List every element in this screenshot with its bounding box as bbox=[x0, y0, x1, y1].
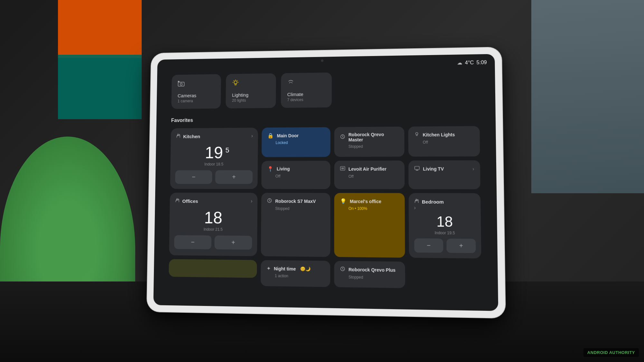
svg-point-3 bbox=[234, 81, 237, 84]
roborock-plus-icon bbox=[340, 266, 345, 273]
lock-icon: 🔒 bbox=[267, 133, 274, 139]
kitchen-heat-icon bbox=[176, 133, 181, 140]
levoit-icon bbox=[340, 166, 345, 172]
lighting-sub: 20 lights bbox=[232, 98, 270, 103]
roborock-s7-status: Stopped bbox=[267, 206, 325, 211]
offices-indoor-label: Indoor 21.5 bbox=[175, 227, 252, 232]
tv-icon bbox=[414, 166, 420, 172]
night-time-icon: ✦ bbox=[267, 265, 271, 272]
status-bar: ☁ 4°C 5:09 bbox=[457, 59, 487, 66]
kitchen-lights-status: Off bbox=[414, 140, 474, 145]
roborock-plus-status: Stopped bbox=[340, 275, 399, 280]
kitchen-card[interactable]: Kitchen › 195 Indoor 18.5 − + bbox=[170, 128, 258, 189]
marcels-office-status: On • 100% bbox=[340, 206, 399, 211]
roborock-plus-title: Roborock Qrevo Plus bbox=[348, 267, 395, 273]
bedroom-indoor-label: Indoor 19.5 bbox=[414, 230, 476, 235]
night-time-card[interactable]: ✦ Night time 😊🌙 1 action bbox=[260, 260, 330, 287]
roborock-master-status: Stopped bbox=[340, 144, 399, 149]
bedroom-heat-icon bbox=[414, 198, 419, 205]
roborock-master-icon bbox=[340, 134, 345, 140]
lighting-label: Lighting bbox=[232, 92, 270, 98]
living-icon: 📍 bbox=[267, 166, 274, 172]
bedroom-chevron: › bbox=[414, 205, 416, 210]
svg-point-2 bbox=[180, 83, 182, 85]
marcels-office-card[interactable]: 💡 Marcel's office On • 100% bbox=[334, 193, 405, 258]
main-door-title: Main Door bbox=[277, 133, 299, 138]
roborock-qrevo-master-card[interactable]: Roborock Qrevo Master Stopped bbox=[334, 127, 404, 157]
svg-line-6 bbox=[233, 80, 234, 81]
marcels-office-icon: 💡 bbox=[340, 198, 346, 204]
climate-icon bbox=[287, 78, 325, 88]
kitchen-chevron: › bbox=[251, 133, 253, 139]
kitchen-plus-button[interactable]: + bbox=[215, 170, 252, 184]
svg-point-10 bbox=[416, 132, 418, 135]
offices-temp: 18 bbox=[204, 209, 223, 226]
bg-blue bbox=[531, 0, 644, 193]
weather-icon: ☁ bbox=[457, 60, 462, 66]
climate-sub: 7 devices bbox=[287, 97, 325, 102]
bottom-row: ✦ Night time 😊🌙 1 action bbox=[169, 259, 482, 289]
category-cameras[interactable]: Cameras 1 camera bbox=[171, 74, 221, 109]
living-status: Off bbox=[267, 174, 325, 178]
kitchen-lights-icon bbox=[414, 132, 419, 138]
svg-rect-0 bbox=[178, 82, 184, 86]
screen-content: Cameras 1 camera bbox=[153, 54, 498, 311]
offices-minus-button[interactable]: − bbox=[174, 235, 212, 249]
cameras-sub: 1 camera bbox=[177, 99, 214, 103]
tablet-device: ☁ 4°C 5:09 Cameras bbox=[147, 47, 505, 318]
night-time-status: 1 action bbox=[266, 273, 324, 279]
svg-line-5 bbox=[237, 80, 237, 81]
roborock-s7-icon bbox=[267, 198, 272, 205]
roborock-master-title: Roborock Qrevo Master bbox=[348, 132, 398, 142]
living-card[interactable]: 📍 Living Off bbox=[261, 161, 330, 189]
marcels-office-title: Marcel's office bbox=[350, 199, 381, 204]
watermark-brand: ANDROID bbox=[587, 350, 608, 355]
kitchen-temp: 195 bbox=[205, 144, 223, 161]
bg-orange bbox=[58, 0, 142, 58]
roborock-s7-title: Roborock S7 MaxV bbox=[275, 199, 316, 204]
bedroom-card[interactable]: Bedroom › 18 Indoor 19.5 − + bbox=[409, 193, 481, 258]
levoit-card[interactable]: Levoit Air Purifier Off bbox=[334, 160, 405, 189]
svg-rect-15 bbox=[415, 166, 419, 169]
living-tv-card[interactable]: Living TV › bbox=[408, 160, 480, 189]
roborock-s7-card[interactable]: Roborock S7 MaxV Stopped bbox=[261, 193, 330, 257]
night-time-title: Night time bbox=[274, 266, 296, 272]
offices-plus-button[interactable]: + bbox=[214, 235, 252, 250]
watermark: ANDROID AUTHORITY bbox=[583, 348, 639, 357]
status-time: 5:09 bbox=[477, 59, 487, 65]
kitchen-title: Kitchen bbox=[183, 134, 200, 139]
living-tv-title: Living TV bbox=[423, 166, 444, 171]
offices-chevron: › bbox=[251, 198, 252, 204]
offices-card[interactable]: Offices › 18 Indoor 21.5 − + bbox=[169, 193, 258, 256]
category-lighting[interactable]: Lighting 20 lights bbox=[226, 73, 276, 109]
bedroom-temp: 18 bbox=[414, 213, 476, 230]
tablet-screen: ☁ 4°C 5:09 Cameras bbox=[153, 54, 498, 311]
main-door-card[interactable]: 🔒 Main Door Locked bbox=[261, 127, 330, 157]
kitchen-lights-title: Kitchen Lights bbox=[423, 132, 455, 138]
svg-rect-1 bbox=[178, 81, 179, 82]
lighting-icon bbox=[232, 79, 270, 88]
offices-title: Offices bbox=[182, 198, 198, 204]
living-title: Living bbox=[277, 166, 290, 171]
bedroom-minus-button[interactable]: − bbox=[414, 238, 443, 253]
cameras-label: Cameras bbox=[178, 93, 215, 99]
levoit-status: Off bbox=[340, 174, 399, 178]
camera-icon bbox=[178, 80, 215, 89]
bottom-left-partial bbox=[169, 259, 257, 278]
roborock-qrevo-plus-card[interactable]: Roborock Qrevo Plus Stopped bbox=[334, 261, 405, 288]
levoit-title: Levoit Air Purifier bbox=[348, 166, 386, 171]
kitchen-indoor-label: Indoor 18.5 bbox=[175, 162, 253, 167]
status-temperature: 4°C bbox=[465, 60, 474, 65]
offices-heat-icon bbox=[175, 198, 180, 204]
category-row: Cameras 1 camera bbox=[171, 70, 479, 109]
main-door-status: Locked bbox=[267, 140, 325, 145]
kitchen-minus-button[interactable]: − bbox=[175, 170, 212, 184]
living-tv-chevron: › bbox=[473, 166, 474, 171]
category-climate[interactable]: Climate 7 devices bbox=[281, 72, 332, 108]
watermark-suffix: AUTHORITY bbox=[608, 350, 635, 355]
favorites-label: Favorites bbox=[171, 115, 479, 123]
bedroom-plus-button[interactable]: + bbox=[447, 239, 476, 253]
bg-teal bbox=[58, 55, 142, 119]
favorites-grid: Kitchen › 195 Indoor 18.5 − + bbox=[169, 126, 481, 258]
kitchen-lights-card[interactable]: Kitchen Lights Off bbox=[408, 126, 480, 156]
